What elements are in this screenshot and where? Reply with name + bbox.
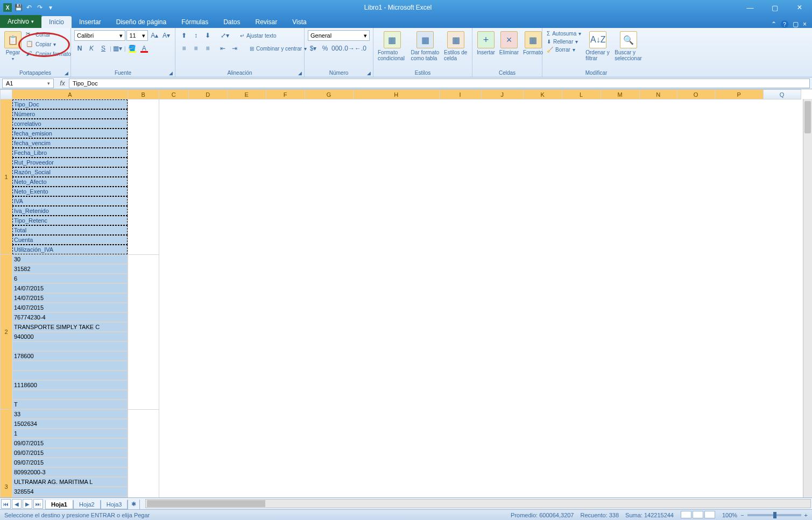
tab-nav-last-icon[interactable]: ⏭ — [33, 499, 43, 509]
cell[interactable]: 30 — [12, 254, 128, 264]
zoom-in-icon[interactable]: + — [804, 512, 808, 518]
column-header[interactable]: H — [353, 90, 439, 99]
column-header[interactable]: N — [639, 90, 677, 99]
dec-decimal-icon[interactable]: ←.0 — [355, 43, 366, 54]
fill-color-button[interactable]: 🪣 — [127, 43, 138, 54]
zoom-slider[interactable] — [747, 514, 801, 516]
italic-button[interactable]: K — [86, 43, 97, 54]
cut-button[interactable]: Cortar — [25, 30, 72, 39]
cell[interactable]: Neto_Exento — [12, 187, 128, 196]
maximize-button[interactable]: ▢ — [762, 0, 787, 15]
decrease-font-icon[interactable]: A▾ — [161, 30, 172, 41]
cell[interactable]: 178600 — [12, 351, 128, 361]
cell[interactable]: 940000 — [12, 332, 128, 341]
align-top-icon[interactable]: ⬆ — [179, 30, 189, 41]
window-close2-icon[interactable]: × — [803, 20, 807, 28]
launcher-icon[interactable]: ◢ — [367, 70, 371, 76]
orientation-icon[interactable]: ⤢▾ — [220, 30, 230, 41]
column-header[interactable]: G — [305, 90, 353, 99]
percent-icon[interactable]: % — [320, 43, 330, 54]
undo-icon[interactable]: ↶ — [25, 3, 33, 12]
align-middle-icon[interactable]: ↕ — [190, 30, 201, 41]
border-button[interactable]: ▦▾ — [112, 43, 123, 54]
format-cells-button[interactable]: ▦Formato — [522, 30, 544, 56]
format-painter-button[interactable]: Copiar formato — [25, 49, 72, 58]
sort-filter-button[interactable]: A↓ZOrdenar y filtrar — [584, 30, 611, 62]
launcher-icon[interactable]: ◢ — [65, 70, 68, 76]
column-header[interactable]: Q — [763, 90, 801, 99]
align-center-icon[interactable]: ≡ — [190, 43, 201, 54]
underline-button[interactable]: S — [98, 43, 109, 54]
row-header[interactable]: 3 — [1, 409, 12, 497]
cell[interactable]: Cuenta — [12, 235, 128, 245]
cell[interactable] — [128, 409, 159, 497]
zoom-out-icon[interactable]: − — [740, 512, 744, 518]
cell[interactable]: T — [12, 400, 128, 409]
worksheet-grid[interactable]: ABCDEFGHIJKLMNOPQ1Tipo_DocNúmerocorrelat… — [0, 89, 812, 497]
cell[interactable] — [12, 341, 128, 351]
tab-nav-prev-icon[interactable]: ◀ — [12, 499, 22, 509]
cell[interactable]: Total — [12, 225, 128, 235]
close-button[interactable]: × — [787, 0, 812, 15]
align-right-icon[interactable]: ≡ — [202, 43, 213, 54]
currency-icon[interactable]: $▾ — [308, 43, 319, 54]
cell[interactable]: Tipo_Retenc — [12, 216, 128, 225]
cell[interactable]: 31582 — [12, 264, 128, 274]
find-select-button[interactable]: 🔍Buscar y seleccionar — [613, 30, 644, 62]
column-header[interactable]: D — [188, 90, 227, 99]
cell[interactable]: correlativo — [12, 119, 128, 129]
cell[interactable]: 1502634 — [12, 419, 128, 429]
file-tab[interactable]: Archivo▾ — [0, 15, 41, 28]
row-header[interactable]: 1 — [1, 99, 12, 255]
cell[interactable]: 09/07/2015 — [12, 438, 128, 448]
tab-diseño-de-página[interactable]: Diseño de página — [109, 16, 174, 28]
cell[interactable]: Utilización_IVA — [12, 245, 128, 254]
tab-revisar[interactable]: Revisar — [248, 16, 285, 28]
cell[interactable]: Neto_Afecto — [12, 177, 128, 187]
cell[interactable]: 14/07/2015 — [12, 303, 128, 312]
save-icon[interactable]: 💾 — [14, 3, 23, 12]
cell[interactable]: 80992000-3 — [12, 467, 128, 477]
cell[interactable]: IVA — [12, 196, 128, 206]
cell[interactable]: 14/07/2015 — [12, 293, 128, 303]
tab-inicio[interactable]: Inicio — [41, 16, 72, 28]
name-box[interactable]: A1▾ — [2, 79, 54, 88]
column-header[interactable]: A — [12, 90, 128, 99]
cell[interactable] — [12, 361, 128, 371]
tab-nav-first-icon[interactable]: ⏮ — [1, 499, 11, 509]
copy-button[interactable]: Copiar ▾ — [25, 40, 72, 48]
view-buttons[interactable] — [680, 511, 716, 519]
sheet-tab[interactable]: Hoja3 — [101, 500, 128, 509]
column-header[interactable]: L — [562, 90, 601, 99]
sheet-tab[interactable]: Hoja2 — [73, 500, 101, 509]
cell[interactable]: ULTRAMAR AG. MARITIMA L — [12, 477, 128, 487]
cell[interactable] — [12, 390, 128, 400]
font-name-select[interactable]: Calibri▾ — [74, 30, 125, 41]
font-color-button[interactable]: A — [139, 43, 150, 54]
cell[interactable]: Iva_Retenido — [12, 206, 128, 216]
column-header[interactable]: M — [601, 90, 639, 99]
thousands-icon[interactable]: 000 — [331, 43, 342, 54]
indent-inc-icon[interactable]: ⇥ — [229, 43, 240, 54]
cell[interactable]: Tipo_Doc — [12, 99, 128, 109]
cell[interactable] — [12, 496, 128, 497]
vertical-scrollbar[interactable] — [803, 99, 812, 497]
column-header[interactable]: P — [715, 90, 763, 99]
cell[interactable]: 09/07/2015 — [12, 448, 128, 458]
number-format-select[interactable]: General▾ — [308, 30, 370, 41]
zoom-control[interactable]: 100% − + — [722, 512, 808, 518]
delete-cells-button[interactable]: ×Eliminar — [498, 30, 520, 56]
cell[interactable]: Fecha_Libro — [12, 148, 128, 158]
font-size-select[interactable]: 11▾ — [126, 30, 148, 41]
formula-input[interactable]: Tipo_Doc — [69, 79, 810, 88]
ribbon-minimize-icon[interactable]: ⌃ — [771, 20, 776, 28]
cell[interactable]: TRANSPORTE SIMPLY TAKE C — [12, 322, 128, 332]
fx-icon[interactable]: fx — [56, 80, 69, 87]
column-header[interactable]: I — [439, 90, 481, 99]
cell[interactable]: 328554 — [12, 487, 128, 496]
horizontal-scrollbar[interactable] — [145, 499, 811, 508]
tab-vista[interactable]: Vista — [285, 16, 314, 28]
tab-fórmulas[interactable]: Fórmulas — [174, 16, 216, 28]
tab-datos[interactable]: Datos — [216, 16, 248, 28]
insert-cells-button[interactable]: +Insertar — [476, 30, 496, 56]
